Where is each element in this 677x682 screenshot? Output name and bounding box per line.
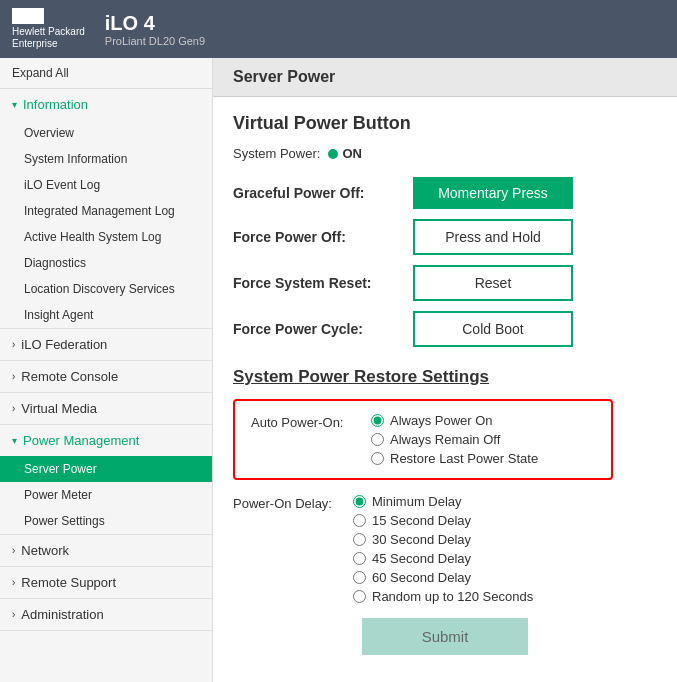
sidebar-section-header-power-management[interactable]: ▾ Power Management	[0, 425, 212, 456]
sidebar-section-network: › Network	[0, 535, 212, 567]
sidebar-section-header-network[interactable]: › Network	[0, 535, 212, 566]
system-power-label: System Power:	[233, 146, 320, 161]
radio-minimum-delay-label: Minimum Delay	[372, 494, 462, 509]
sidebar: Expand All ▾ Information Overview System…	[0, 58, 213, 682]
sidebar-section-label-network: Network	[21, 543, 69, 558]
virtual-power-button-title: Virtual Power Button	[233, 113, 657, 134]
sidebar-item-location-discovery-services[interactable]: Location Discovery Services	[0, 276, 212, 302]
sidebar-item-insight-agent[interactable]: Insight Agent	[0, 302, 212, 328]
page-title: Server Power	[213, 58, 677, 97]
power-status-dot	[328, 149, 338, 159]
cold-boot-button[interactable]: Cold Boot	[413, 311, 573, 347]
chevron-right-icon-2: ›	[12, 371, 15, 382]
content-body: Virtual Power Button System Power: ON Gr…	[213, 97, 677, 681]
sidebar-section-header-ilo-federation[interactable]: › iLO Federation	[0, 329, 212, 360]
force-power-off-label: Force Power Off:	[233, 229, 413, 245]
restore-settings-title: System Power Restore Settings	[233, 367, 657, 387]
radio-always-power-on-label: Always Power On	[390, 413, 493, 428]
graceful-power-off-row: Graceful Power Off: Momentary Press	[233, 177, 657, 209]
radio-restore-last-power-state[interactable]	[371, 452, 384, 465]
delay-minimum[interactable]: Minimum Delay	[353, 494, 533, 509]
radio-60-second-delay-label: 60 Second Delay	[372, 570, 471, 585]
radio-15-second-delay[interactable]	[353, 514, 366, 527]
auto-power-on-always-off[interactable]: Always Remain Off	[371, 432, 538, 447]
radio-45-second-delay[interactable]	[353, 552, 366, 565]
radio-restore-last-power-state-label: Restore Last Power State	[390, 451, 538, 466]
sidebar-section-administration: › Administration	[0, 599, 212, 631]
sidebar-item-ilo-event-log[interactable]: iLO Event Log	[0, 172, 212, 198]
delay-45s[interactable]: 45 Second Delay	[353, 551, 533, 566]
radio-minimum-delay[interactable]	[353, 495, 366, 508]
sidebar-item-server-power[interactable]: Server Power	[0, 456, 212, 482]
momentary-press-button[interactable]: Momentary Press	[413, 177, 573, 209]
force-power-cycle-row: Force Power Cycle: Cold Boot	[233, 311, 657, 347]
sidebar-section-header-information[interactable]: ▾ Information	[0, 89, 212, 120]
chevron-right-icon-network: ›	[12, 545, 15, 556]
auto-power-on-restore-last[interactable]: Restore Last Power State	[371, 451, 538, 466]
sidebar-section-label-remote-console: Remote Console	[21, 369, 118, 384]
chevron-down-icon-power: ▾	[12, 435, 17, 446]
submit-button[interactable]: Submit	[362, 618, 529, 655]
app-title-group: iLO 4 ProLiant DL20 Gen9	[105, 12, 205, 47]
radio-always-remain-off-label: Always Remain Off	[390, 432, 500, 447]
sidebar-section-header-remote-console[interactable]: › Remote Console	[0, 361, 212, 392]
force-system-reset-row: Force System Reset: Reset	[233, 265, 657, 301]
sidebar-section-header-remote-support[interactable]: › Remote Support	[0, 567, 212, 598]
sidebar-item-diagnostics[interactable]: Diagnostics	[0, 250, 212, 276]
sidebar-item-system-information[interactable]: System Information	[0, 146, 212, 172]
force-system-reset-label: Force System Reset:	[233, 275, 413, 291]
sidebar-section-label-virtual-media: Virtual Media	[21, 401, 97, 416]
app-header: Hewlett Packard Enterprise iLO 4 ProLian…	[0, 0, 677, 58]
auto-power-on-radio-group: Always Power On Always Remain Off Restor…	[371, 413, 538, 466]
sidebar-section-label-information: Information	[23, 97, 88, 112]
company-name: Hewlett Packard	[12, 26, 85, 38]
system-power-value: ON	[342, 146, 362, 161]
graceful-power-off-label: Graceful Power Off:	[233, 185, 413, 201]
auto-power-on-label: Auto Power-On:	[251, 413, 371, 430]
chevron-right-icon-administration: ›	[12, 609, 15, 620]
force-power-cycle-label: Force Power Cycle:	[233, 321, 413, 337]
sidebar-section-ilo-federation: › iLO Federation	[0, 329, 212, 361]
sidebar-item-active-health-system-log[interactable]: Active Health System Log	[0, 224, 212, 250]
delay-random-120s[interactable]: Random up to 120 Seconds	[353, 589, 533, 604]
radio-30-second-delay-label: 30 Second Delay	[372, 532, 471, 547]
sidebar-item-power-settings[interactable]: Power Settings	[0, 508, 212, 534]
radio-random-120-seconds[interactable]	[353, 590, 366, 603]
sidebar-item-integrated-management-log[interactable]: Integrated Management Log	[0, 198, 212, 224]
radio-random-120-seconds-label: Random up to 120 Seconds	[372, 589, 533, 604]
auto-power-on-box: Auto Power-On: Always Power On Always Re…	[233, 399, 613, 480]
delay-60s[interactable]: 60 Second Delay	[353, 570, 533, 585]
radio-15-second-delay-label: 15 Second Delay	[372, 513, 471, 528]
sidebar-section-virtual-media: › Virtual Media	[0, 393, 212, 425]
sidebar-section-header-administration[interactable]: › Administration	[0, 599, 212, 630]
sidebar-section-label-power-management: Power Management	[23, 433, 139, 448]
sidebar-section-power-management: ▾ Power Management Server Power Power Me…	[0, 425, 212, 535]
app-subtitle: ProLiant DL20 Gen9	[105, 35, 205, 47]
sidebar-section-header-virtual-media[interactable]: › Virtual Media	[0, 393, 212, 424]
radio-30-second-delay[interactable]	[353, 533, 366, 546]
expand-all-button[interactable]: Expand All	[0, 58, 212, 89]
delay-30s[interactable]: 30 Second Delay	[353, 532, 533, 547]
auto-power-on-always-on[interactable]: Always Power On	[371, 413, 538, 428]
radio-60-second-delay[interactable]	[353, 571, 366, 584]
power-on-delay-label: Power-On Delay:	[233, 494, 353, 511]
app-title: iLO 4	[105, 12, 205, 35]
delay-15s[interactable]: 15 Second Delay	[353, 513, 533, 528]
radio-always-remain-off[interactable]	[371, 433, 384, 446]
chevron-right-icon: ›	[12, 339, 15, 350]
chevron-right-icon-3: ›	[12, 403, 15, 414]
chevron-down-icon: ▾	[12, 99, 17, 110]
sidebar-item-power-meter[interactable]: Power Meter	[0, 482, 212, 508]
sidebar-item-overview[interactable]: Overview	[0, 120, 212, 146]
radio-always-power-on[interactable]	[371, 414, 384, 427]
main-layout: Expand All ▾ Information Overview System…	[0, 58, 677, 682]
sidebar-section-remote-support: › Remote Support	[0, 567, 212, 599]
main-content: Server Power Virtual Power Button System…	[213, 58, 677, 682]
sidebar-section-remote-console: › Remote Console	[0, 361, 212, 393]
press-and-hold-button[interactable]: Press and Hold	[413, 219, 573, 255]
company-logo: Hewlett Packard Enterprise	[12, 8, 85, 50]
sidebar-section-label-remote-support: Remote Support	[21, 575, 116, 590]
reset-button[interactable]: Reset	[413, 265, 573, 301]
sidebar-section-label-ilo-federation: iLO Federation	[21, 337, 107, 352]
company-name-2: Enterprise	[12, 38, 85, 50]
